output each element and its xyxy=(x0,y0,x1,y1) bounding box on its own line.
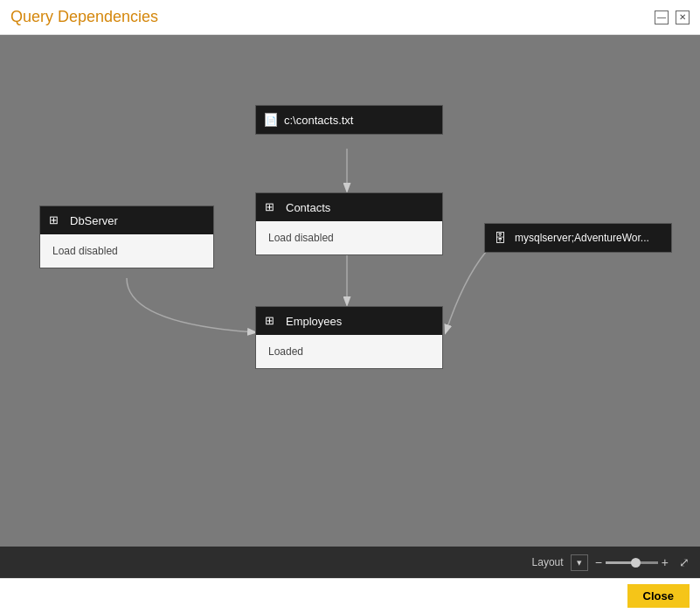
contacts-body: Load disabled xyxy=(256,221,442,254)
contacts-label: Contacts xyxy=(286,201,330,214)
title-bar: Query Dependencies — ✕ xyxy=(0,0,700,35)
file-icon: 📄 xyxy=(265,113,277,127)
db-icon: 🗄 xyxy=(494,231,508,245)
table-icon-dbserver: ⊞ xyxy=(49,213,63,227)
zoom-slider[interactable] xyxy=(606,561,658,564)
main-window: Query Dependencies — ✕ xyxy=(0,0,700,613)
close-button[interactable]: Close xyxy=(627,584,690,608)
dbserver-body: Load disabled xyxy=(40,234,213,268)
window-title: Query Dependencies xyxy=(10,8,655,26)
dbserver-label: DbServer xyxy=(70,214,118,227)
employees-header: ⊞ Employees xyxy=(256,307,442,335)
window-controls: — ✕ xyxy=(655,10,690,24)
employees-body: Loaded xyxy=(256,335,442,368)
zoom-slider-track xyxy=(606,561,632,564)
mysqlserver-node[interactable]: 🗄 mysqlserver;AdventureWor... xyxy=(484,223,672,253)
employees-node[interactable]: ⊞ Employees Loaded xyxy=(255,306,443,369)
zoom-slider-thumb xyxy=(631,558,641,568)
minimize-button[interactable]: — xyxy=(655,10,669,24)
dbserver-node[interactable]: ⊞ DbServer Load disabled xyxy=(39,205,214,268)
mysqlserver-label: mysqlserver;AdventureWor... xyxy=(515,232,649,244)
contacts-txt-node[interactable]: 📄 c:\contacts.txt xyxy=(255,105,443,135)
layout-dropdown-arrow: ▾ xyxy=(577,557,582,568)
contacts-node[interactable]: ⊞ Contacts Load disabled xyxy=(255,192,443,255)
contacts-txt-label: c:\contacts.txt xyxy=(284,114,353,127)
mysqlserver-header: 🗄 mysqlserver;AdventureWor... xyxy=(485,224,671,252)
canvas-area: 📄 c:\contacts.txt ⊞ Contacts Load disabl… xyxy=(0,35,700,547)
footer-area: Close xyxy=(0,578,700,613)
close-window-button[interactable]: ✕ xyxy=(676,10,690,24)
zoom-plus-button[interactable]: + xyxy=(662,555,669,569)
zoom-minus-button[interactable]: − xyxy=(595,555,602,569)
employees-label: Employees xyxy=(286,315,342,328)
fit-button[interactable]: ⤢ xyxy=(679,555,690,569)
zoom-controls: − + xyxy=(595,555,669,569)
contacts-header: ⊞ Contacts xyxy=(256,193,442,221)
layout-dropdown-button[interactable]: ▾ xyxy=(571,554,588,571)
bottom-bar: Layout ▾ − + ⤢ xyxy=(0,547,700,578)
contacts-txt-header: 📄 c:\contacts.txt xyxy=(256,106,442,134)
table-icon-employees: ⊞ xyxy=(265,314,279,328)
dbserver-header: ⊞ DbServer xyxy=(40,206,213,234)
table-icon-contacts: ⊞ xyxy=(265,200,279,214)
layout-label: Layout xyxy=(532,556,564,568)
